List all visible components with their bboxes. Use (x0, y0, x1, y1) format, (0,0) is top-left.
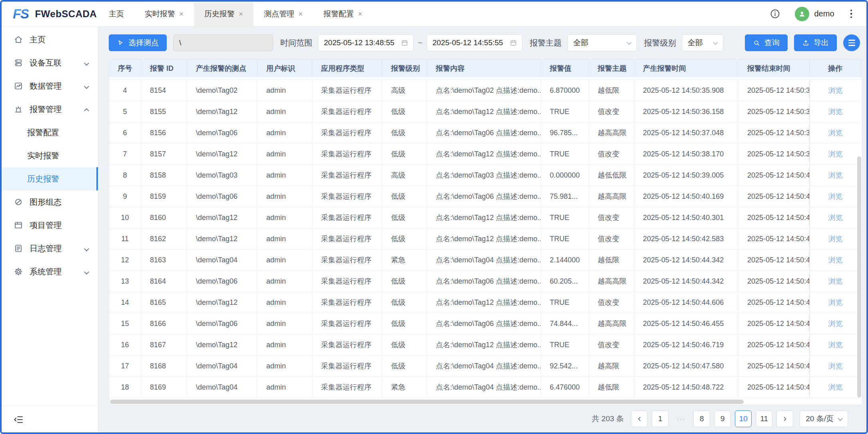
cell-user: admin (257, 207, 312, 228)
table-row[interactable]: 8 8158 \demo\Tag03 admin 采集器运行程序 高级 点名:\… (109, 165, 862, 186)
time-to-input[interactable] (433, 38, 509, 47)
browse-link[interactable]: 浏览 (828, 107, 843, 116)
vertical-scrollbar[interactable] (857, 80, 861, 398)
tab-point-management[interactable]: 测点管理 × (253, 2, 313, 26)
sidebar-item-realtime-alarm[interactable]: 实时报警 (2, 144, 98, 167)
browse-link[interactable]: 浏览 (828, 128, 843, 138)
sidebar-item-device-interconnect[interactable]: 设备互联 (2, 51, 98, 74)
next-page-button[interactable]: › (776, 410, 793, 427)
sidebar-item-history-alarm[interactable]: 历史报警 (2, 167, 98, 190)
horizontal-scrollbar[interactable] (110, 400, 856, 404)
more-pages-button[interactable]: ··· (672, 410, 689, 427)
browse-link[interactable]: 浏览 (828, 234, 843, 244)
cell-level: 低级 (382, 356, 427, 376)
tab-realtime-alarm[interactable]: 实时报警 × (134, 2, 194, 26)
table-row[interactable]: 15 8166 \demo\Tag06 admin 采集器运行程序 低级 点名:… (109, 313, 862, 334)
browse-link[interactable]: 浏览 (828, 213, 843, 222)
time-from-input[interactable] (324, 38, 401, 47)
export-button[interactable]: 导出 (794, 34, 837, 51)
browse-link[interactable]: 浏览 (828, 192, 843, 201)
table-row[interactable]: 13 8164 \demo\Tag06 admin 采集器运行程序 低级 点名:… (109, 271, 862, 292)
search-icon (753, 39, 760, 47)
more-menu-icon[interactable] (849, 8, 854, 20)
browse-link[interactable]: 浏览 (828, 255, 843, 265)
sidebar-item-system-management[interactable]: 系统管理 (2, 260, 98, 283)
table-row[interactable]: 16 8167 \demo\Tag12 admin 采集器运行程序 低级 点名:… (109, 334, 862, 356)
table-row[interactable]: 12 8163 \demo\Tag04 admin 采集器运行程序 紧急 点名:… (109, 250, 862, 271)
browse-link[interactable]: 浏览 (828, 86, 843, 95)
page-button-9[interactable]: 9 (714, 410, 731, 427)
point-input[interactable] (173, 34, 273, 51)
sidebar-item-graphics-config[interactable]: 图形组态 (2, 190, 98, 214)
table-row[interactable]: 18 8169 \demo\Tag04 admin 采集器运行程序 紧急 点名:… (109, 377, 862, 398)
sidebar-item-data-management[interactable]: 数据管理 (2, 74, 98, 98)
close-icon[interactable]: × (358, 10, 362, 18)
sidebar-item-home[interactable]: 主页 (2, 28, 98, 51)
table-row[interactable]: 5 8155 \demo\Tag12 admin 采集器运行程序 低级 点名:\… (109, 101, 862, 122)
cell-user: admin (257, 334, 312, 355)
cell-content: 点名:\demo\Tag12 点描述:demo... (427, 207, 541, 228)
tab-bar: 主页 实时报警 × 历史报警 × 测点管理 × 报警配置 × (98, 2, 373, 26)
cell-level: 低级 (382, 207, 427, 228)
prev-page-button[interactable]: ‹ (631, 410, 648, 427)
browse-link[interactable]: 浏览 (828, 319, 843, 328)
cell-alarm-id: 8167 (141, 334, 187, 355)
alarm-subject-select[interactable]: 全部 (567, 34, 637, 51)
sidebar-item-log-management[interactable]: 日志管理 (2, 237, 98, 260)
cell-user: admin (257, 377, 312, 398)
table-row[interactable]: 10 8160 \demo\Tag12 admin 采集器运行程序 低级 点名:… (109, 207, 862, 228)
time-separator: ~ (418, 38, 423, 48)
query-label: 查询 (764, 38, 780, 48)
sidebar-item-alarm-management[interactable]: 报警管理 (2, 98, 98, 121)
browse-link[interactable]: 浏览 (828, 149, 843, 159)
tab-home[interactable]: 主页 (98, 2, 134, 26)
horizontal-scrollbar-thumb[interactable] (110, 400, 744, 404)
user-menu[interactable]: demo (795, 7, 834, 21)
table-row[interactable]: 7 8157 \demo\Tag12 admin 采集器运行程序 低级 点名:\… (109, 144, 862, 165)
time-from-picker[interactable] (318, 34, 414, 51)
sidebar-collapse-button[interactable] (2, 406, 98, 432)
column-settings-button[interactable] (843, 34, 860, 51)
cell-seq: 18 (109, 377, 141, 398)
page-button-8[interactable]: 8 (693, 410, 710, 427)
page-button-1[interactable]: 1 (652, 410, 668, 427)
cell-action: 浏览 (810, 207, 861, 228)
query-button[interactable]: 查询 (745, 34, 788, 51)
select-point-button[interactable]: 选择测点 (109, 34, 167, 51)
browse-link[interactable]: 浏览 (828, 276, 843, 286)
tab-label: 实时报警 (145, 9, 175, 19)
page-button-11[interactable]: 11 (756, 410, 772, 427)
cell-level: 低级 (382, 122, 427, 143)
cell-start-time: 2025-05-12 14:50:46.455 (634, 313, 738, 334)
browse-link[interactable]: 浏览 (828, 298, 843, 307)
close-icon[interactable]: × (239, 10, 243, 18)
info-icon[interactable] (770, 8, 780, 19)
tab-history-alarm[interactable]: 历史报警 × (194, 2, 253, 26)
close-icon[interactable]: × (179, 10, 184, 18)
page-size-select[interactable]: 20 条/页 (800, 410, 848, 427)
table-row[interactable]: 4 8154 \demo\Tag02 admin 采集器运行程序 高级 点名:\… (109, 80, 862, 101)
cell-user: admin (257, 80, 312, 101)
chevron-down-icon (85, 244, 88, 253)
table-row[interactable]: 17 8168 \demo\Tag04 admin 采集器运行程序 低级 点名:… (109, 356, 862, 377)
app-logo-icon: FS (13, 6, 28, 22)
browse-link[interactable]: 浏览 (828, 340, 843, 350)
cell-start-time: 2025-05-12 14:50:48.722 (634, 377, 738, 398)
browse-link[interactable]: 浏览 (828, 361, 843, 371)
cell-alarm-id: 8158 (141, 165, 187, 186)
table-row[interactable]: 11 8162 \demo\Tag12 admin 采集器运行程序 低级 点名:… (109, 228, 862, 250)
browse-link[interactable]: 浏览 (828, 170, 843, 180)
table-row[interactable]: 14 8165 \demo\Tag12 admin 采集器运行程序 低级 点名:… (109, 292, 862, 313)
alarm-level-select[interactable]: 全部 (682, 34, 723, 51)
time-to-picker[interactable] (427, 34, 523, 51)
sidebar-item-project-management[interactable]: 项目管理 (2, 214, 98, 237)
page-button-10-active[interactable]: 10 (735, 410, 752, 427)
tab-alarm-config[interactable]: 报警配置 × (313, 2, 373, 26)
browse-link[interactable]: 浏览 (828, 382, 843, 392)
cell-alarm-id: 8156 (141, 122, 187, 143)
table-row[interactable]: 9 8159 \demo\Tag06 admin 采集器运行程序 低级 点名:\… (109, 186, 862, 207)
vertical-scrollbar-thumb[interactable] (857, 156, 861, 398)
table-row[interactable]: 6 8156 \demo\Tag06 admin 采集器运行程序 低级 点名:\… (109, 122, 862, 144)
sidebar-item-alarm-config[interactable]: 报警配置 (2, 121, 98, 144)
close-icon[interactable]: × (298, 10, 303, 18)
